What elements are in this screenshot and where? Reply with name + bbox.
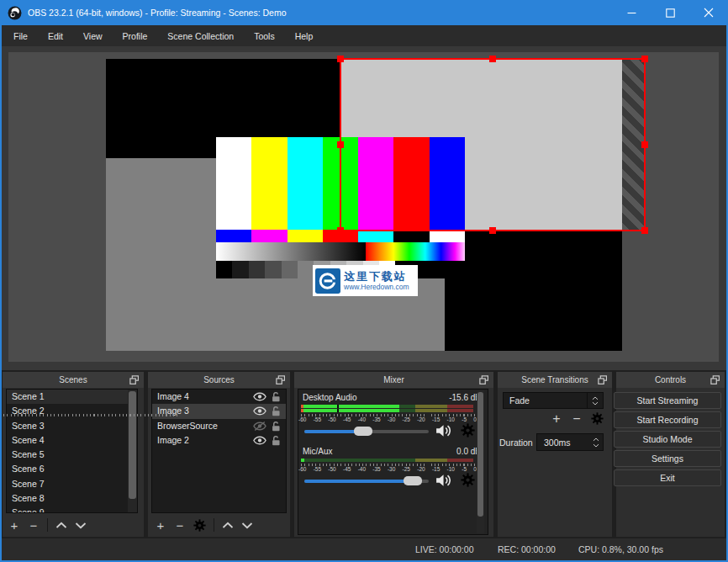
move-source-up-button[interactable] — [222, 522, 234, 529]
dock-float-icon[interactable] — [479, 375, 488, 384]
source-label: Image 4 — [157, 391, 189, 401]
rainbow-ramp — [366, 242, 465, 261]
toolbar-separator — [47, 518, 48, 532]
color-bar — [251, 230, 287, 242]
menu-item[interactable]: File — [3, 25, 38, 46]
menu-item[interactable]: Profile — [113, 25, 158, 46]
remove-source-button[interactable]: − — [174, 519, 186, 532]
watermark-url: www.Heredown.com — [344, 283, 409, 291]
dock-float-icon[interactable] — [710, 375, 720, 384]
combo-spinner[interactable] — [587, 393, 603, 408]
volume-slider-handle[interactable] — [404, 476, 422, 485]
visibility-eye-icon[interactable] — [253, 392, 266, 401]
selection-border — [340, 58, 646, 231]
scale-tick-label: -15 — [432, 416, 440, 422]
channel-settings-gear-icon[interactable] — [461, 423, 475, 437]
scenes-scrollbar[interactable] — [128, 390, 137, 512]
selection-handle-bottom-left[interactable] — [337, 227, 344, 234]
selection-handle-top-left[interactable] — [337, 56, 344, 62]
remove-scene-button[interactable]: − — [28, 519, 40, 532]
chevron-up-icon — [593, 437, 599, 442]
heredown-watermark: 这里下载站 www.Heredown.com — [313, 265, 418, 296]
selection-handle-middle-left[interactable] — [337, 141, 344, 148]
unlock-icon[interactable] — [272, 406, 281, 416]
color-bar — [430, 230, 465, 242]
controls-dock-title-label: Controls — [655, 375, 686, 384]
gray-step — [232, 261, 248, 278]
exit-button[interactable]: Exit — [614, 469, 721, 486]
titlebar: OBS 23.2.1 (64-bit, windows) - Profile: … — [0, 0, 728, 25]
maximize-button[interactable] — [651, 0, 689, 25]
scale-tick-label: -55 — [314, 466, 321, 472]
volume-slider-handle[interactable] — [354, 427, 372, 436]
visibility-eye-icon[interactable] — [253, 422, 266, 431]
scene-list-item[interactable]: Scene 1 — [7, 390, 137, 404]
menu-item[interactable]: Scene Collection — [157, 25, 244, 46]
minimize-button[interactable] — [612, 0, 651, 25]
visibility-eye-icon[interactable] — [253, 436, 266, 445]
obs-logo-icon — [8, 6, 22, 20]
speaker-icon[interactable] — [435, 473, 451, 488]
scenes-dock-title-label: Scenes — [59, 375, 87, 384]
gray-step — [249, 261, 265, 278]
speaker-icon[interactable] — [435, 423, 451, 438]
menu-item[interactable]: Tools — [244, 25, 285, 46]
duration-spinbox[interactable]: 300ms — [536, 433, 604, 451]
desktop-audio-slider-row — [3, 426, 182, 437]
start-recording-button[interactable]: Start Recording — [614, 411, 721, 428]
scene-list-item[interactable]: Scene 9 — [7, 506, 137, 513]
unlock-icon[interactable] — [272, 435, 281, 446]
dock-float-icon[interactable] — [598, 375, 607, 384]
selection-handle-bottom-middle[interactable] — [489, 227, 496, 234]
scene-list-item[interactable]: Scene 8 — [7, 491, 137, 506]
close-button[interactable] — [689, 0, 728, 25]
gray-step — [216, 261, 232, 278]
mic-aux-header: Mic/Aux 0.0 dB — [303, 447, 481, 456]
add-transition-button[interactable]: + — [551, 412, 562, 425]
sources-list: Image 4 Image 3 — [151, 389, 287, 513]
volume-slider[interactable] — [304, 480, 429, 483]
scale-tick-label: -30 — [388, 416, 395, 422]
unlock-icon[interactable] — [272, 421, 281, 432]
menu-item[interactable]: Help — [285, 25, 324, 46]
scale-tick-label: -50 — [328, 466, 335, 472]
unlock-icon[interactable] — [272, 391, 281, 402]
transitions-dock-title: Scene Transitions — [498, 372, 612, 388]
menu-item[interactable]: Edit — [38, 25, 73, 46]
source-properties-gear-icon[interactable] — [193, 519, 206, 532]
spinbox-arrows[interactable] — [589, 434, 603, 450]
menu-item[interactable]: View — [73, 25, 113, 46]
selection-handle-bottom-right[interactable] — [641, 227, 648, 234]
start-streaming-button[interactable]: Start Streaming — [614, 392, 721, 409]
add-source-button[interactable]: + — [155, 519, 166, 532]
dock-float-icon[interactable] — [276, 375, 285, 384]
source-list-item[interactable]: Image 4 — [152, 390, 286, 404]
mixer-scrollbar[interactable] — [477, 390, 484, 533]
mixer-scrollbar-handle[interactable] — [477, 392, 483, 517]
menubar: FileEditViewProfileScene CollectionTools… — [0, 25, 728, 46]
move-source-down-button[interactable] — [241, 522, 253, 529]
visibility-eye-icon[interactable] — [253, 406, 266, 416]
scenes-toolbar: + − — [8, 517, 87, 533]
dock-float-icon[interactable] — [129, 375, 139, 384]
studio-mode-button[interactable]: Studio Mode — [614, 431, 721, 448]
scale-tick-label: -5 — [462, 416, 467, 422]
sources-toolbar: + − — [155, 517, 253, 533]
duration-label: Duration — [499, 437, 533, 448]
volume-slider[interactable] — [304, 430, 429, 433]
move-scene-down-button[interactable] — [75, 522, 87, 529]
transition-properties-gear-icon[interactable] — [591, 412, 604, 425]
selection-handle-top-middle[interactable] — [489, 56, 496, 62]
transition-select[interactable]: Fade — [503, 392, 604, 409]
remove-transition-button[interactable]: − — [571, 412, 583, 425]
move-scene-up-button[interactable] — [55, 522, 67, 529]
selection-handle-middle-right[interactable] — [641, 141, 648, 148]
settings-button[interactable]: Settings — [614, 450, 721, 467]
color-bar — [288, 137, 323, 230]
sources-dock-title: Sources — [148, 372, 290, 388]
add-scene-button[interactable]: + — [8, 519, 20, 532]
scene-list-item[interactable]: Scene 5 — [7, 448, 137, 462]
selection-handle-top-right[interactable] — [641, 56, 648, 62]
channel-settings-gear-icon[interactable] — [461, 473, 475, 487]
scale-tick-label: -25 — [403, 466, 410, 472]
